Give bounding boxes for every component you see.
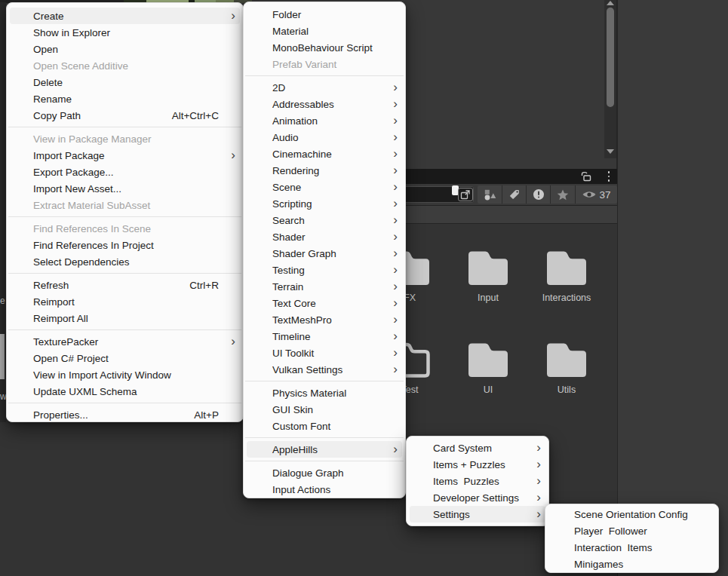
menu-item-2d[interactable]: 2D›	[244, 79, 405, 96]
menu-item-search[interactable]: Search›	[244, 212, 405, 228]
toolbar-filter-buttons: 37	[478, 185, 617, 204]
menu-item-input-actions[interactable]: Input Actions	[244, 481, 405, 498]
menu-item-items-puzzles[interactable]: Items Puzzles›	[407, 473, 548, 489]
menu-item-testing[interactable]: Testing›	[244, 262, 405, 278]
folder-ui[interactable]: UI	[452, 339, 524, 395]
menu-item-text-core[interactable]: Text Core›	[244, 295, 405, 311]
warnings-icon[interactable]	[526, 185, 550, 204]
menu-item-gui-skin[interactable]: GUI Skin	[244, 401, 405, 418]
menu-item-shader[interactable]: Shader›	[244, 228, 405, 245]
menu-item-refresh[interactable]: RefreshCtrl+R	[7, 277, 243, 293]
menu-item-folder[interactable]: Folder	[244, 6, 405, 23]
folder-input[interactable]: Input	[452, 247, 524, 303]
menu-item-custom-font[interactable]: Custom Font	[244, 418, 405, 434]
menu-item-label: TextMeshPro	[272, 314, 332, 326]
menu-item-shortcut: Ctrl+R	[189, 280, 226, 291]
menu-item-label: Import New Asset...	[33, 183, 121, 195]
submenu-arrow-icon: ›	[389, 97, 398, 112]
menu-item-open-c-project[interactable]: Open C# Project	[7, 350, 243, 366]
menu-item-label: Addressables	[272, 99, 334, 110]
menu-item-addressables[interactable]: Addressables›	[244, 96, 405, 112]
menu-item-import-new-asset[interactable]: Import New Asset...	[7, 180, 243, 197]
menu-item-label: TexturePacker	[33, 336, 98, 348]
submenu-arrow-icon: ›	[389, 179, 398, 195]
menu-item-physics-material[interactable]: Physics Material	[244, 385, 405, 401]
menu-item-settings[interactable]: Settings›	[407, 506, 548, 522]
menu-item-interaction-items[interactable]: Interaction Items	[545, 539, 718, 556]
folder-interactions[interactable]: Interactions	[530, 247, 603, 303]
menu-item-rendering[interactable]: Rendering›	[244, 162, 405, 179]
menu-item-dialogue-graph[interactable]: Dialogue Graph	[244, 464, 405, 481]
submenu-arrow-icon: ›	[389, 279, 398, 294]
menu-item-minigames[interactable]: Minigames	[545, 556, 718, 572]
menu-item-timeline[interactable]: Timeline›	[244, 328, 405, 345]
submenu-arrow-icon: ›	[226, 334, 235, 349]
menu-item-export-package[interactable]: Export Package...	[7, 164, 243, 180]
menu-item-ui-toolkit[interactable]: UI Toolkit›	[244, 345, 405, 361]
menu-item-terrain[interactable]: Terrain›	[244, 278, 405, 295]
menu-item-monobehaviour-script[interactable]: MonoBehaviour Script	[244, 39, 405, 56]
folder-label: Utils	[530, 385, 603, 395]
folder-icon	[452, 247, 524, 290]
scroll-down-icon[interactable]	[607, 149, 614, 154]
menu-item-items-puzzles[interactable]: Items + Puzzles›	[407, 456, 548, 473]
menu-item-material[interactable]: Material	[244, 23, 405, 39]
visibility-eye-icon[interactable]: 37	[575, 185, 617, 204]
menu-item-label: Minigames	[574, 559, 623, 570]
menu-item-label: Physics Material	[272, 388, 346, 399]
menu-item-select-dependencies[interactable]: Select Dependencies	[7, 253, 243, 270]
menu-item-rename[interactable]: Rename	[7, 90, 243, 107]
submenu-arrow-icon: ›	[389, 196, 398, 211]
menu-item-label: Card System	[433, 443, 492, 454]
menu-item-label: Developer Settings	[433, 492, 519, 504]
menu-item-show-in-explorer[interactable]: Show in Explorer	[7, 24, 243, 41]
scroll-up-icon[interactable]	[607, 1, 614, 5]
menu-item-label: Rename	[33, 93, 72, 105]
menu-item-player-follower[interactable]: Player Follower	[545, 522, 718, 539]
menu-item-shader-graph[interactable]: Shader Graph›	[244, 245, 405, 262]
menu-item-texturepacker[interactable]: TexturePacker›	[7, 333, 243, 350]
menu-item-vulkan-settings[interactable]: Vulkan Settings›	[244, 361, 405, 378]
menu-item-label: Show in Explorer	[33, 27, 110, 38]
menu-item-reimport[interactable]: Reimport	[7, 293, 243, 310]
submenu-arrow-icon: ›	[532, 440, 541, 455]
menu-item-label: Update UXML Schema	[33, 386, 137, 397]
menu-item-label: GUI Skin	[272, 404, 313, 415]
menu-item-label: Cinemachine	[272, 149, 332, 160]
menu-item-label: Items Puzzles	[433, 476, 499, 487]
menu-item-properties[interactable]: Properties...Alt+P	[7, 406, 243, 423]
menu-item-find-references-in-project[interactable]: Find References In Project	[7, 237, 243, 253]
unlock-icon[interactable]	[579, 170, 593, 182]
menu-item-cinemachine[interactable]: Cinemachine›	[244, 146, 405, 162]
menu-item-card-system[interactable]: Card System›	[407, 440, 548, 456]
menu-item-label: Prefab Variant	[272, 59, 336, 70]
menu-item-open[interactable]: Open	[7, 41, 243, 57]
menu-item-scripting[interactable]: Scripting›	[244, 195, 405, 212]
menu-item-developer-settings[interactable]: Developer Settings›	[407, 489, 548, 506]
menu-item-reimport-all[interactable]: Reimport All	[7, 310, 243, 326]
favorites-star-icon[interactable]	[550, 185, 575, 204]
menu-item-view-in-import-activity-window[interactable]: View in Import Activity Window	[7, 366, 243, 383]
menu-item-textmeshpro[interactable]: TextMeshPro›	[244, 311, 405, 328]
menu-item-import-package[interactable]: Import Package›	[7, 147, 243, 164]
folder-utils[interactable]: Utils	[530, 339, 603, 395]
menu-item-label: Find References In Project	[33, 240, 154, 251]
menu-item-copy-path[interactable]: Copy PathAlt+Ctrl+C	[7, 107, 243, 124]
menu-item-open-scene-additive: Open Scene Additive	[7, 57, 243, 74]
menu-item-update-uxml-schema[interactable]: Update UXML Schema	[7, 383, 243, 400]
filter-by-type-icon[interactable]	[478, 185, 502, 204]
menu-item-find-references-in-scene: Find References In Scene	[7, 220, 243, 237]
filter-by-label-icon[interactable]	[502, 185, 526, 204]
menu-item-audio[interactable]: Audio›	[244, 129, 405, 146]
menu-item-create[interactable]: Create›	[7, 8, 243, 24]
menu-item-label: Terrain	[272, 281, 303, 293]
menu-item-delete[interactable]: Delete	[7, 74, 243, 90]
kebab-menu-icon[interactable]	[604, 170, 614, 182]
scrollbar-thumb[interactable]	[607, 8, 614, 107]
menu-item-scene-orientation-config[interactable]: Scene Orientation Config	[545, 506, 718, 522]
open-in-window-icon[interactable]	[458, 188, 473, 201]
menu-item-applehills[interactable]: AppleHills›	[244, 441, 405, 458]
menu-item-label: Refresh	[33, 280, 69, 291]
menu-item-animation[interactable]: Animation›	[244, 112, 405, 129]
menu-item-scene[interactable]: Scene›	[244, 179, 405, 195]
